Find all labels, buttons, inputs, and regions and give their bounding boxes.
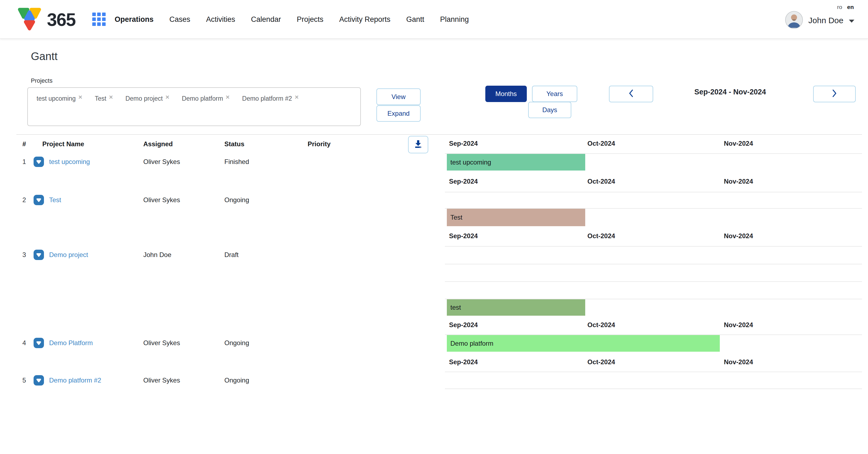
- language-switcher: ro en: [837, 4, 854, 10]
- gantt-page: 365 Operations Cases Activities Calendar…: [0, 0, 868, 454]
- top-navbar: 365 Operations Cases Activities Calendar…: [0, 0, 868, 39]
- gantt-month-header: Sep-2024 Oct-2024 Nov-2024: [445, 316, 862, 334]
- month-label: Oct-2024: [587, 321, 615, 329]
- row-number: 2: [22, 196, 33, 204]
- chevron-right-icon: [831, 88, 838, 100]
- month-label: Sep-2024: [449, 140, 478, 147]
- language-ro[interactable]: ro: [837, 4, 842, 10]
- status-cell: Ongoing: [224, 377, 308, 384]
- gantt-bar-label: Test: [451, 214, 462, 221]
- gantt-bar-test[interactable]: Test: [447, 209, 585, 226]
- main-navigation: Operations Cases Activities Calendar Pro…: [115, 0, 469, 39]
- table-row: 2 Test Oliver Sykes Ongoing: [0, 194, 445, 206]
- month-label: Oct-2024: [587, 358, 615, 366]
- month-label: Sep-2024: [449, 321, 478, 329]
- month-label: Oct-2024: [587, 177, 615, 185]
- nav-item-cases[interactable]: Cases: [169, 15, 190, 24]
- scale-months-button[interactable]: Months: [485, 86, 527, 102]
- month-label: Nov-2024: [724, 358, 753, 366]
- gantt-month-header: Sep-2024 Oct-2024 Nov-2024: [445, 226, 862, 246]
- nav-item-planning[interactable]: Planning: [440, 15, 469, 24]
- gantt-bar-test-activity[interactable]: test: [447, 299, 585, 316]
- project-name-link[interactable]: Test: [49, 196, 143, 204]
- nav-item-gantt[interactable]: Gantt: [406, 15, 424, 24]
- close-icon[interactable]: ×: [226, 94, 229, 100]
- collapse-row-icon[interactable]: [33, 156, 49, 167]
- brand-logo[interactable]: 365: [16, 6, 75, 33]
- gantt-row-empty: [445, 192, 862, 208]
- gantt-bar-test-upcoming[interactable]: test upcoming: [447, 154, 585, 170]
- chip-label: test upcoming: [37, 95, 75, 102]
- month-label: Oct-2024: [587, 232, 615, 240]
- gantt-month-header: Sep-2024 Oct-2024 Nov-2024: [445, 352, 862, 371]
- gantt-row-empty: [445, 264, 862, 281]
- brand-triangles-icon: [16, 6, 43, 33]
- gantt-bar-demo-platform[interactable]: Demo platform: [447, 335, 720, 352]
- project-name-link[interactable]: Demo Platform: [49, 339, 143, 347]
- chip-test: Test ×: [95, 95, 113, 102]
- chip-demo-project: Demo project ×: [125, 95, 169, 102]
- table-row: 1 test upcoming Oliver Sykes Finished: [0, 156, 445, 168]
- column-header-priority: Priority: [308, 140, 331, 148]
- download-icon: [414, 139, 423, 150]
- nav-item-activity-reports[interactable]: Activity Reports: [339, 15, 391, 24]
- gantt-chart-panel: Sep-2024 Oct-2024 Nov-2024 test upcoming…: [445, 134, 862, 389]
- month-label: Sep-2024: [449, 232, 478, 240]
- collapse-row-icon[interactable]: [33, 375, 49, 386]
- status-cell: Finished: [224, 158, 308, 166]
- chip-label: Demo platform #2: [242, 95, 292, 102]
- projects-multiselect-input[interactable]: test upcoming × Test × Demo project × De…: [27, 87, 361, 126]
- gantt-row-empty: [445, 371, 862, 389]
- close-icon[interactable]: ×: [78, 94, 82, 100]
- nav-item-projects[interactable]: Projects: [297, 15, 323, 24]
- gantt-row: Demo platform: [445, 334, 862, 352]
- month-label: Sep-2024: [449, 177, 478, 185]
- chip-demo-platform-2: Demo platform #2 ×: [242, 95, 299, 102]
- month-label: Nov-2024: [724, 177, 753, 185]
- table-row: 3 Demo project John Doe Draft: [0, 249, 445, 261]
- nav-item-operations[interactable]: Operations: [115, 15, 154, 24]
- gantt-bar-label: Demo platform: [451, 340, 493, 347]
- nav-item-calendar[interactable]: Calendar: [251, 15, 281, 24]
- projects-filter-label: Projects: [31, 77, 53, 84]
- collapse-row-icon[interactable]: [33, 337, 49, 348]
- expand-button[interactable]: Expand: [376, 105, 421, 122]
- collapse-row-icon[interactable]: [33, 195, 49, 205]
- language-en[interactable]: en: [847, 4, 854, 10]
- assigned-cell: Oliver Sykes: [143, 377, 224, 384]
- month-label: Oct-2024: [587, 140, 615, 147]
- page-title: Gantt: [31, 50, 58, 63]
- month-label: Nov-2024: [724, 321, 753, 329]
- download-button[interactable]: [408, 136, 428, 153]
- gantt-bar-label: test upcoming: [451, 159, 491, 166]
- close-icon[interactable]: ×: [295, 94, 299, 100]
- view-button[interactable]: View: [376, 88, 421, 105]
- close-icon[interactable]: ×: [165, 94, 169, 100]
- gantt-row: Test: [445, 208, 862, 226]
- nav-item-activities[interactable]: Activities: [206, 15, 235, 24]
- user-name: John Doe: [808, 16, 843, 25]
- chip-demo-platform: Demo platform ×: [182, 95, 229, 102]
- brand-number: 365: [47, 9, 75, 30]
- gantt-month-header: Sep-2024 Oct-2024 Nov-2024: [445, 170, 862, 192]
- scale-years-button[interactable]: Years: [532, 86, 577, 102]
- project-name-link[interactable]: Demo platform #2: [49, 377, 143, 384]
- row-number: 3: [22, 251, 33, 259]
- gantt-row-empty: [445, 281, 862, 299]
- chip-label: Test: [95, 95, 106, 102]
- row-number: 1: [22, 158, 33, 166]
- project-name-link[interactable]: Demo project: [49, 251, 143, 259]
- month-label: Sep-2024: [449, 358, 478, 366]
- status-cell: Draft: [224, 251, 308, 259]
- next-period-button[interactable]: [813, 86, 856, 102]
- previous-period-button[interactable]: [609, 86, 653, 102]
- collapse-row-icon[interactable]: [33, 249, 49, 260]
- scale-days-button[interactable]: Days: [528, 102, 571, 118]
- apps-grid-icon[interactable]: [92, 12, 106, 27]
- user-menu[interactable]: John Doe: [785, 11, 854, 30]
- column-header-name: Project Name: [42, 140, 84, 148]
- chip-test-upcoming: test upcoming ×: [37, 95, 82, 102]
- close-icon[interactable]: ×: [109, 94, 113, 100]
- month-label: Nov-2024: [724, 232, 753, 240]
- project-name-link[interactable]: test upcoming: [49, 158, 143, 166]
